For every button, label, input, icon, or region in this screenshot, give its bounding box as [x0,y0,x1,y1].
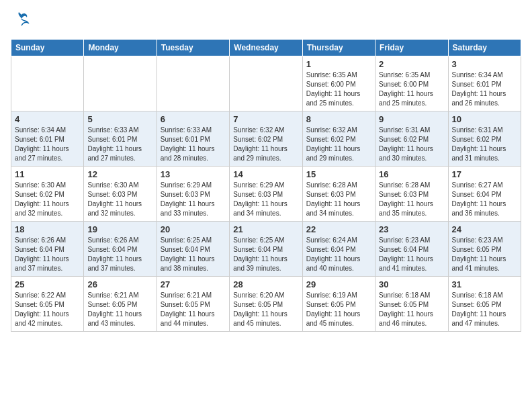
day-info: Sunrise: 6:23 AM Sunset: 6:04 PM Dayligh… [379,236,444,273]
calendar-cell: 9Sunrise: 6:31 AM Sunset: 6:02 PM Daylig… [375,111,448,166]
calendar-week-row: 25Sunrise: 6:22 AM Sunset: 6:05 PM Dayli… [11,276,521,331]
day-number: 31 [452,279,517,289]
weekday-header-thursday: Thursday [302,39,375,56]
day-number: 18 [15,224,80,234]
day-info: Sunrise: 6:33 AM Sunset: 6:01 PM Dayligh… [161,126,226,163]
day-number: 12 [87,169,152,179]
day-info: Sunrise: 6:31 AM Sunset: 6:02 PM Dayligh… [452,126,517,163]
day-number: 21 [233,224,298,234]
calendar-cell: 26Sunrise: 6:21 AM Sunset: 6:05 PM Dayli… [84,276,157,331]
calendar-week-row: 11Sunrise: 6:30 AM Sunset: 6:02 PM Dayli… [11,166,521,221]
day-info: Sunrise: 6:29 AM Sunset: 6:03 PM Dayligh… [161,181,226,218]
day-info: Sunrise: 6:18 AM Sunset: 6:05 PM Dayligh… [452,291,517,328]
day-number: 23 [379,224,444,234]
day-info: Sunrise: 6:32 AM Sunset: 6:02 PM Dayligh… [233,126,298,163]
day-info: Sunrise: 6:33 AM Sunset: 6:01 PM Dayligh… [87,126,152,163]
day-info: Sunrise: 6:30 AM Sunset: 6:03 PM Dayligh… [87,181,152,218]
calendar-cell: 18Sunrise: 6:26 AM Sunset: 6:04 PM Dayli… [11,221,84,276]
day-info: Sunrise: 6:31 AM Sunset: 6:02 PM Dayligh… [379,126,444,163]
calendar-cell: 28Sunrise: 6:20 AM Sunset: 6:05 PM Dayli… [230,276,302,331]
day-info: Sunrise: 6:25 AM Sunset: 6:04 PM Dayligh… [233,236,298,273]
calendar-cell: 24Sunrise: 6:23 AM Sunset: 6:05 PM Dayli… [448,221,521,276]
logo-bird-icon [12,11,31,32]
weekday-header-sunday: Sunday [11,39,84,56]
day-number: 15 [306,169,371,179]
calendar-cell: 4Sunrise: 6:34 AM Sunset: 6:01 PM Daylig… [11,111,84,166]
day-info: Sunrise: 6:29 AM Sunset: 6:03 PM Dayligh… [233,181,298,218]
calendar-week-row: 1Sunrise: 6:35 AM Sunset: 6:00 PM Daylig… [11,56,521,111]
day-number: 6 [161,114,226,124]
calendar-cell: 7Sunrise: 6:32 AM Sunset: 6:02 PM Daylig… [230,111,302,166]
calendar-cell: 5Sunrise: 6:33 AM Sunset: 6:01 PM Daylig… [84,111,157,166]
calendar-week-row: 18Sunrise: 6:26 AM Sunset: 6:04 PM Dayli… [11,221,521,276]
weekday-header-tuesday: Tuesday [157,39,229,56]
calendar-header-row: SundayMondayTuesdayWednesdayThursdayFrid… [11,39,521,56]
calendar-cell: 11Sunrise: 6:30 AM Sunset: 6:02 PM Dayli… [11,166,84,221]
day-number: 3 [452,59,517,69]
calendar-cell: 27Sunrise: 6:21 AM Sunset: 6:05 PM Dayli… [157,276,229,331]
day-info: Sunrise: 6:21 AM Sunset: 6:05 PM Dayligh… [161,291,226,328]
day-info: Sunrise: 6:24 AM Sunset: 6:04 PM Dayligh… [306,236,371,273]
calendar-cell: 15Sunrise: 6:28 AM Sunset: 6:03 PM Dayli… [302,166,375,221]
day-info: Sunrise: 6:18 AM Sunset: 6:05 PM Dayligh… [379,291,444,328]
calendar-cell: 2Sunrise: 6:35 AM Sunset: 6:00 PM Daylig… [375,56,448,111]
calendar-cell: 20Sunrise: 6:25 AM Sunset: 6:04 PM Dayli… [157,221,229,276]
day-info: Sunrise: 6:19 AM Sunset: 6:05 PM Dayligh… [306,291,371,328]
calendar-cell: 22Sunrise: 6:24 AM Sunset: 6:04 PM Dayli… [302,221,375,276]
day-number: 25 [15,279,80,289]
day-number: 22 [306,224,371,234]
page-header [11,11,521,32]
day-number: 28 [233,279,298,289]
day-number: 27 [161,279,226,289]
calendar-cell: 19Sunrise: 6:26 AM Sunset: 6:04 PM Dayli… [84,221,157,276]
day-info: Sunrise: 6:35 AM Sunset: 6:00 PM Dayligh… [306,71,371,108]
day-info: Sunrise: 6:30 AM Sunset: 6:02 PM Dayligh… [15,181,80,218]
day-info: Sunrise: 6:21 AM Sunset: 6:05 PM Dayligh… [87,291,152,328]
day-info: Sunrise: 6:20 AM Sunset: 6:05 PM Dayligh… [233,291,298,328]
day-info: Sunrise: 6:32 AM Sunset: 6:02 PM Dayligh… [306,126,371,163]
day-info: Sunrise: 6:27 AM Sunset: 6:04 PM Dayligh… [452,181,517,218]
calendar-cell: 13Sunrise: 6:29 AM Sunset: 6:03 PM Dayli… [157,166,229,221]
day-info: Sunrise: 6:25 AM Sunset: 6:04 PM Dayligh… [161,236,226,273]
day-number: 10 [452,114,517,124]
calendar-cell: 23Sunrise: 6:23 AM Sunset: 6:04 PM Dayli… [375,221,448,276]
day-number: 30 [379,279,444,289]
calendar-week-row: 4Sunrise: 6:34 AM Sunset: 6:01 PM Daylig… [11,111,521,166]
calendar-cell [11,56,84,111]
day-info: Sunrise: 6:34 AM Sunset: 6:01 PM Dayligh… [15,126,80,163]
day-number: 13 [161,169,226,179]
calendar-cell: 1Sunrise: 6:35 AM Sunset: 6:00 PM Daylig… [302,56,375,111]
calendar-cell: 21Sunrise: 6:25 AM Sunset: 6:04 PM Dayli… [230,221,302,276]
calendar-cell: 14Sunrise: 6:29 AM Sunset: 6:03 PM Dayli… [230,166,302,221]
day-number: 7 [233,114,298,124]
day-info: Sunrise: 6:26 AM Sunset: 6:04 PM Dayligh… [87,236,152,273]
day-number: 29 [306,279,371,289]
day-number: 17 [452,169,517,179]
calendar-cell: 12Sunrise: 6:30 AM Sunset: 6:03 PM Dayli… [84,166,157,221]
day-number: 1 [306,59,371,69]
day-number: 16 [379,169,444,179]
day-info: Sunrise: 6:23 AM Sunset: 6:05 PM Dayligh… [452,236,517,273]
weekday-header-saturday: Saturday [448,39,521,56]
calendar-cell [84,56,157,111]
day-number: 14 [233,169,298,179]
weekday-header-friday: Friday [375,39,448,56]
logo [11,11,31,32]
calendar-table: SundayMondayTuesdayWednesdayThursdayFrid… [11,39,521,332]
day-number: 9 [379,114,444,124]
day-info: Sunrise: 6:35 AM Sunset: 6:00 PM Dayligh… [379,71,444,108]
calendar-cell: 31Sunrise: 6:18 AM Sunset: 6:05 PM Dayli… [448,276,521,331]
day-info: Sunrise: 6:26 AM Sunset: 6:04 PM Dayligh… [15,236,80,273]
calendar-cell: 29Sunrise: 6:19 AM Sunset: 6:05 PM Dayli… [302,276,375,331]
calendar-cell: 10Sunrise: 6:31 AM Sunset: 6:02 PM Dayli… [448,111,521,166]
day-number: 19 [87,224,152,234]
day-info: Sunrise: 6:28 AM Sunset: 6:03 PM Dayligh… [379,181,444,218]
day-number: 8 [306,114,371,124]
day-number: 2 [379,59,444,69]
weekday-header-monday: Monday [84,39,157,56]
calendar-cell [230,56,302,111]
day-info: Sunrise: 6:28 AM Sunset: 6:03 PM Dayligh… [306,181,371,218]
calendar-cell: 16Sunrise: 6:28 AM Sunset: 6:03 PM Dayli… [375,166,448,221]
calendar-cell: 6Sunrise: 6:33 AM Sunset: 6:01 PM Daylig… [157,111,229,166]
calendar-cell: 17Sunrise: 6:27 AM Sunset: 6:04 PM Dayli… [448,166,521,221]
